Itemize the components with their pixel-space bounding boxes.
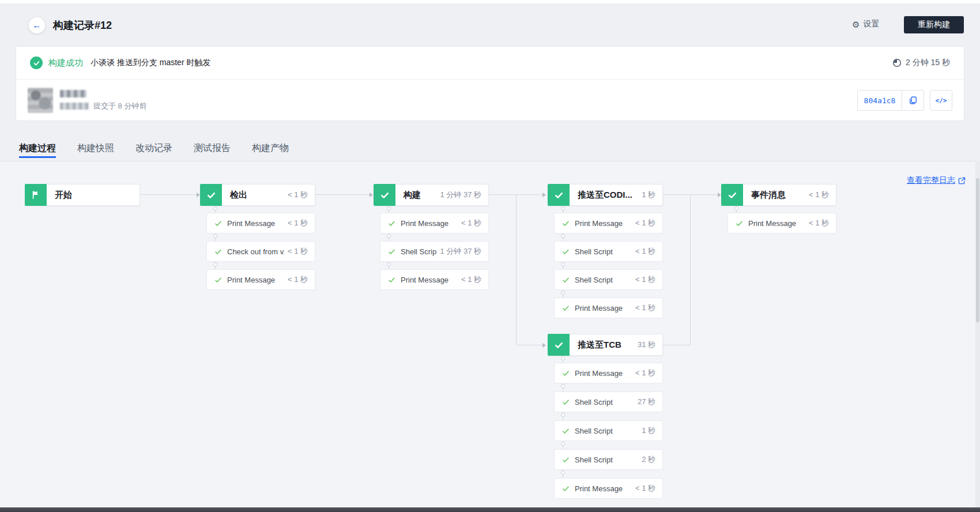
stage-name: 开始 xyxy=(55,190,72,201)
stage-name: 检出 xyxy=(230,190,247,201)
settings-label: 设置 xyxy=(863,19,879,29)
stage-build[interactable]: 构建 1 分钟 37 秒 xyxy=(374,184,489,206)
pipeline-canvas: 查看完整日志 开始 检出 < 1 秒 xyxy=(0,161,980,507)
connector-dot xyxy=(561,413,565,417)
step-card[interactable]: Shell Script 27 秒 xyxy=(554,391,663,412)
tab-test-report[interactable]: 测试报告 xyxy=(194,142,231,158)
step-duration: 1 分钟 37 秒 xyxy=(436,246,481,257)
connector-dot xyxy=(561,356,565,360)
fork-connector xyxy=(516,194,517,345)
commit-actions: 804a1c8 </> xyxy=(857,90,952,111)
stage-name: 事件消息 xyxy=(751,190,786,201)
copy-icon xyxy=(909,96,918,105)
stage-start[interactable]: 开始 xyxy=(25,184,140,206)
step-duration: < 1 秒 xyxy=(632,274,655,285)
connector-line xyxy=(516,345,542,345)
step-card[interactable]: Print Message < 1 秒 xyxy=(554,298,663,318)
check-icon xyxy=(562,398,570,406)
check-icon xyxy=(200,184,222,206)
step-duration: < 1 秒 xyxy=(284,274,308,285)
step-card[interactable]: Print Message < 1 秒 xyxy=(554,363,663,383)
stage-checkout[interactable]: 检出 < 1 秒 xyxy=(200,184,315,206)
tab-build-snapshot[interactable]: 构建快照 xyxy=(77,142,114,158)
connector-dot xyxy=(561,262,565,266)
step-duration: < 1 秒 xyxy=(284,218,308,228)
tab-build-artifacts[interactable]: 构建产物 xyxy=(252,142,289,158)
connector-dot xyxy=(213,262,217,266)
step-duration: < 1 秒 xyxy=(284,246,308,257)
step-card[interactable]: Print Message < 1 秒 xyxy=(206,213,315,234)
step-card[interactable]: Shell Script 1 分钟 37 秒 xyxy=(380,241,489,262)
check-icon xyxy=(562,220,570,227)
step-duration: < 1 秒 xyxy=(632,303,655,313)
commit-hash-link[interactable]: 804a1c8 xyxy=(858,91,902,110)
step-label: Print Message xyxy=(575,219,623,228)
commit-time: 提交于 8 分钟前 xyxy=(93,101,146,111)
scrollbar-thumb[interactable] xyxy=(976,178,979,322)
connector-line xyxy=(141,194,197,195)
connector-dot xyxy=(561,442,565,446)
back-button[interactable]: ← xyxy=(29,17,45,33)
connector-arrow xyxy=(370,193,373,197)
step-card[interactable]: Check out from v... < 1 秒 xyxy=(206,241,315,262)
tab-build-process[interactable]: 构建过程 xyxy=(19,142,56,158)
step-label: Shell Script xyxy=(575,247,613,256)
flag-icon xyxy=(25,184,47,206)
step-card[interactable]: Shell Script 1 秒 xyxy=(554,420,663,441)
step-card[interactable]: Shell Script < 1 秒 xyxy=(554,241,663,262)
step-card[interactable]: Shell Script < 1 秒 xyxy=(554,269,663,290)
check-icon xyxy=(214,276,222,284)
connector-arrow xyxy=(542,343,546,348)
merge-connector xyxy=(690,194,691,345)
check-icon xyxy=(548,334,570,356)
committer-name-redacted xyxy=(60,90,86,97)
check-icon xyxy=(736,220,743,227)
step-label: Print Message xyxy=(575,484,623,493)
stage-event-message[interactable]: 事件消息 < 1 秒 xyxy=(721,184,836,206)
stage-duration: 31 秒 xyxy=(638,340,655,350)
step-label: Print Message xyxy=(401,219,448,228)
stage-duration: < 1 秒 xyxy=(809,190,829,200)
step-label: Print Message xyxy=(575,369,623,378)
step-label: Shell Script xyxy=(575,398,613,406)
stage-duration: 1 秒 xyxy=(642,190,655,200)
step-card[interactable]: Print Message < 1 秒 xyxy=(728,213,836,234)
view-code-button[interactable]: </> xyxy=(930,90,952,111)
settings-button[interactable]: ⚙ 设置 xyxy=(852,19,879,29)
check-icon xyxy=(388,276,395,284)
build-record-page: ← 构建记录#12 ⚙ 设置 重新构建 构建成功 小谈谈 推送到分支 maste… xyxy=(0,0,980,512)
avatar xyxy=(28,88,53,113)
commit-message-redacted xyxy=(60,103,89,110)
page-title: 构建记录#12 xyxy=(53,18,112,32)
step-card[interactable]: Print Message < 1 秒 xyxy=(554,213,663,234)
step-label: Print Message xyxy=(401,276,448,284)
commit-row: 提交于 8 分钟前 804a1c8 </> xyxy=(16,80,964,121)
check-icon xyxy=(374,184,395,206)
connector-dot xyxy=(734,206,738,210)
check-icon xyxy=(214,220,222,227)
tab-change-log[interactable]: 改动记录 xyxy=(135,142,172,158)
view-full-log-link[interactable]: 查看完整日志 xyxy=(907,175,966,186)
stage-push-tcb[interactable]: 推送至TCB 31 秒 xyxy=(548,334,663,356)
rebuild-button[interactable]: 重新构建 xyxy=(904,16,964,33)
connector-line xyxy=(315,194,370,195)
step-card[interactable]: Print Message < 1 秒 xyxy=(380,269,489,290)
stage-name: 构建 xyxy=(404,190,421,201)
gear-icon: ⚙ xyxy=(852,20,860,29)
copy-hash-button[interactable] xyxy=(902,91,924,110)
connector-dot xyxy=(561,470,565,475)
vertical-scrollbar[interactable] xyxy=(975,161,980,507)
back-arrow-icon: ← xyxy=(32,20,42,31)
window-edge xyxy=(0,0,980,3)
check-icon xyxy=(388,248,395,255)
step-duration: 2 秒 xyxy=(638,454,655,465)
step-duration: < 1 秒 xyxy=(632,368,655,378)
step-card[interactable]: Print Message < 1 秒 xyxy=(380,213,489,234)
stage-push-coding[interactable]: 推送至CODI... 1 秒 xyxy=(548,184,663,206)
check-icon xyxy=(562,427,570,435)
step-card[interactable]: Print Message < 1 秒 xyxy=(206,269,315,290)
view-full-log-label: 查看完整日志 xyxy=(907,175,955,186)
commit-meta: 提交于 8 分钟前 xyxy=(60,90,146,111)
step-card[interactable]: Shell Script 2 秒 xyxy=(554,449,663,470)
step-card[interactable]: Print Message < 1 秒 xyxy=(554,478,663,499)
